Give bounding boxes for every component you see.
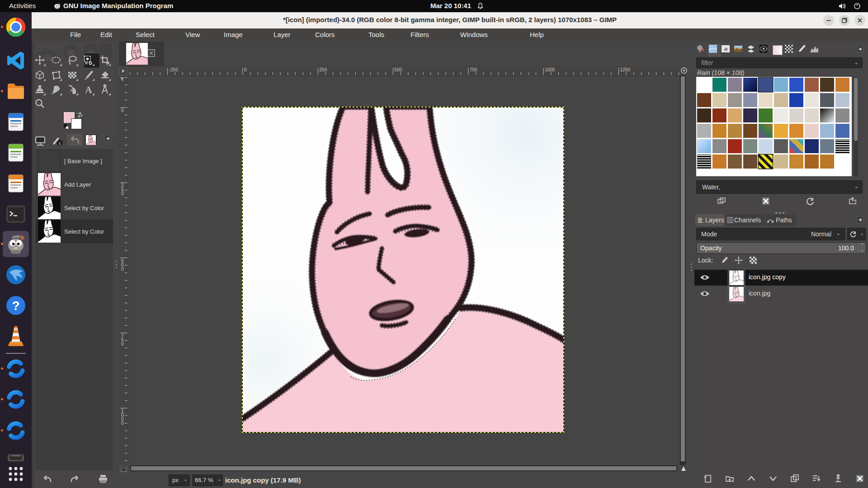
svg-text:0: 0 — [121, 421, 124, 426]
svg-text:-250: -250 — [169, 67, 178, 72]
svg-text:250: 250 — [319, 67, 327, 72]
svg-text:0: 0 — [121, 342, 124, 347]
svg-text:750: 750 — [470, 67, 477, 72]
svg-text:1250: 1250 — [620, 67, 631, 72]
svg-text:1000: 1000 — [545, 67, 555, 72]
svg-text:0: 0 — [121, 191, 124, 196]
svg-text:अ: अ — [724, 46, 728, 52]
svg-text:0: 0 — [121, 267, 124, 272]
svg-text:0: 0 — [121, 108, 124, 113]
svg-text:A: A — [85, 84, 92, 95]
svg-text:0: 0 — [244, 67, 247, 72]
svg-text:i: i — [59, 141, 60, 146]
svg-text:?: ? — [12, 299, 19, 313]
svg-text:500: 500 — [395, 67, 402, 72]
